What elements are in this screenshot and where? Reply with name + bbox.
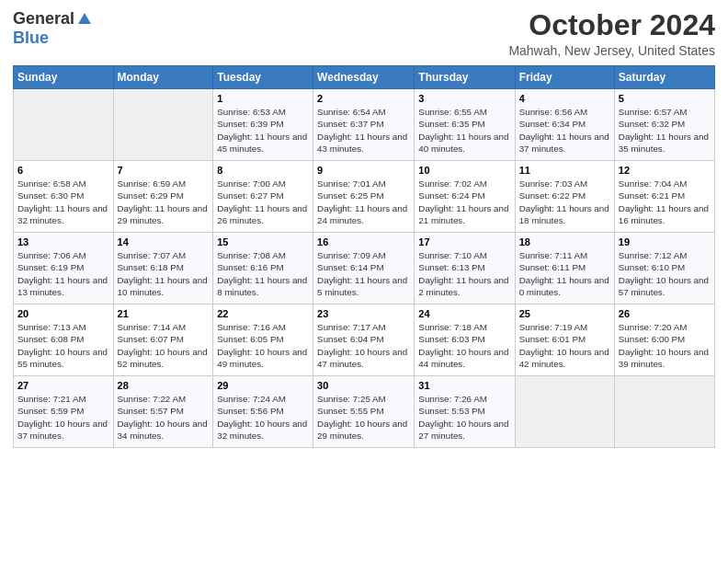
logo: General Blue <box>13 9 93 48</box>
logo-general-text: General <box>13 9 74 29</box>
day-info: Sunrise: 7:04 AM Sunset: 6:21 PM Dayligh… <box>619 178 711 226</box>
day-number: 2 <box>317 93 410 104</box>
calendar-cell: 31Sunrise: 7:26 AM Sunset: 5:53 PM Dayli… <box>415 376 515 448</box>
calendar-cell <box>113 89 213 161</box>
day-info: Sunrise: 7:07 AM Sunset: 6:18 PM Dayligh… <box>118 249 210 298</box>
calendar-cell: 6Sunrise: 6:58 AM Sunset: 6:30 PM Daylig… <box>14 161 114 233</box>
calendar-cell: 21Sunrise: 7:14 AM Sunset: 6:07 PM Dayli… <box>113 304 213 376</box>
calendar-cell: 26Sunrise: 7:20 AM Sunset: 6:00 PM Dayli… <box>614 304 714 376</box>
logo-blue-text: Blue <box>13 29 49 48</box>
header: General Blue October 2024 Mahwah, New Je… <box>13 9 715 58</box>
day-number: 7 <box>118 165 210 176</box>
page: General Blue October 2024 Mahwah, New Je… <box>0 0 728 563</box>
day-info: Sunrise: 6:55 AM Sunset: 6:35 PM Dayligh… <box>418 106 510 155</box>
day-info: Sunrise: 7:09 AM Sunset: 6:14 PM Dayligh… <box>317 249 410 298</box>
day-info: Sunrise: 7:11 AM Sunset: 6:11 PM Dayligh… <box>519 249 610 298</box>
day-number: 13 <box>17 236 109 247</box>
day-info: Sunrise: 6:58 AM Sunset: 6:30 PM Dayligh… <box>17 178 109 226</box>
day-info: Sunrise: 7:24 AM Sunset: 5:56 PM Dayligh… <box>217 393 309 442</box>
day-number: 6 <box>17 165 109 176</box>
day-number: 25 <box>519 308 610 319</box>
day-number: 23 <box>317 308 410 319</box>
calendar-table: Sunday Monday Tuesday Wednesday Thursday… <box>13 65 715 448</box>
calendar-cell: 30Sunrise: 7:25 AM Sunset: 5:55 PM Dayli… <box>313 376 415 448</box>
calendar-week-row: 27Sunrise: 7:21 AM Sunset: 5:59 PM Dayli… <box>14 376 715 448</box>
day-number: 26 <box>619 308 711 319</box>
logo-icon <box>76 11 93 28</box>
col-friday: Friday <box>515 66 614 89</box>
day-number: 12 <box>619 165 711 176</box>
day-number: 31 <box>418 380 510 391</box>
day-info: Sunrise: 7:16 AM Sunset: 6:05 PM Dayligh… <box>217 321 309 370</box>
day-number: 19 <box>619 236 711 247</box>
day-number: 29 <box>217 380 309 391</box>
calendar-cell: 1Sunrise: 6:53 AM Sunset: 6:39 PM Daylig… <box>213 89 313 161</box>
calendar-week-row: 13Sunrise: 7:06 AM Sunset: 6:19 PM Dayli… <box>14 233 715 304</box>
main-title: October 2024 <box>508 9 715 41</box>
calendar-cell: 10Sunrise: 7:02 AM Sunset: 6:24 PM Dayli… <box>415 161 515 233</box>
day-info: Sunrise: 7:12 AM Sunset: 6:10 PM Dayligh… <box>619 249 711 298</box>
calendar-cell: 14Sunrise: 7:07 AM Sunset: 6:18 PM Dayli… <box>113 233 213 304</box>
day-info: Sunrise: 7:03 AM Sunset: 6:22 PM Dayligh… <box>519 178 610 226</box>
day-info: Sunrise: 7:19 AM Sunset: 6:01 PM Dayligh… <box>519 321 610 370</box>
day-number: 16 <box>317 236 410 247</box>
day-info: Sunrise: 7:13 AM Sunset: 6:08 PM Dayligh… <box>17 321 109 370</box>
calendar-cell: 12Sunrise: 7:04 AM Sunset: 6:21 PM Dayli… <box>614 161 714 233</box>
day-number: 11 <box>519 165 610 176</box>
day-info: Sunrise: 7:26 AM Sunset: 5:53 PM Dayligh… <box>418 393 510 442</box>
calendar-cell <box>515 376 614 448</box>
day-info: Sunrise: 6:59 AM Sunset: 6:29 PM Dayligh… <box>118 178 210 226</box>
calendar-week-row: 20Sunrise: 7:13 AM Sunset: 6:08 PM Dayli… <box>14 304 715 376</box>
day-number: 22 <box>217 308 309 319</box>
calendar-cell: 24Sunrise: 7:18 AM Sunset: 6:03 PM Dayli… <box>415 304 515 376</box>
calendar-week-row: 6Sunrise: 6:58 AM Sunset: 6:30 PM Daylig… <box>14 161 715 233</box>
day-number: 27 <box>17 380 109 391</box>
col-thursday: Thursday <box>415 66 515 89</box>
calendar-cell: 17Sunrise: 7:10 AM Sunset: 6:13 PM Dayli… <box>415 233 515 304</box>
day-number: 5 <box>619 93 711 104</box>
day-info: Sunrise: 7:10 AM Sunset: 6:13 PM Dayligh… <box>418 249 510 298</box>
day-info: Sunrise: 7:00 AM Sunset: 6:27 PM Dayligh… <box>217 178 309 226</box>
calendar-cell: 23Sunrise: 7:17 AM Sunset: 6:04 PM Dayli… <box>313 304 415 376</box>
day-number: 1 <box>217 93 309 104</box>
calendar-cell: 11Sunrise: 7:03 AM Sunset: 6:22 PM Dayli… <box>515 161 614 233</box>
day-number: 9 <box>317 165 410 176</box>
day-info: Sunrise: 6:54 AM Sunset: 6:37 PM Dayligh… <box>317 106 410 155</box>
day-number: 15 <box>217 236 309 247</box>
col-monday: Monday <box>113 66 213 89</box>
calendar-cell: 15Sunrise: 7:08 AM Sunset: 6:16 PM Dayli… <box>213 233 313 304</box>
calendar-cell: 8Sunrise: 7:00 AM Sunset: 6:27 PM Daylig… <box>213 161 313 233</box>
calendar-cell: 4Sunrise: 6:56 AM Sunset: 6:34 PM Daylig… <box>515 89 614 161</box>
day-info: Sunrise: 7:22 AM Sunset: 5:57 PM Dayligh… <box>118 393 210 442</box>
calendar-cell: 18Sunrise: 7:11 AM Sunset: 6:11 PM Dayli… <box>515 233 614 304</box>
col-wednesday: Wednesday <box>313 66 415 89</box>
calendar-cell <box>614 376 714 448</box>
day-info: Sunrise: 7:20 AM Sunset: 6:00 PM Dayligh… <box>619 321 711 370</box>
day-number: 8 <box>217 165 309 176</box>
calendar-week-row: 1Sunrise: 6:53 AM Sunset: 6:39 PM Daylig… <box>14 89 715 161</box>
col-tuesday: Tuesday <box>213 66 313 89</box>
day-info: Sunrise: 6:53 AM Sunset: 6:39 PM Dayligh… <box>217 106 309 155</box>
day-number: 14 <box>118 236 210 247</box>
col-saturday: Saturday <box>614 66 714 89</box>
day-number: 4 <box>519 93 610 104</box>
calendar-cell: 2Sunrise: 6:54 AM Sunset: 6:37 PM Daylig… <box>313 89 415 161</box>
calendar-cell: 5Sunrise: 6:57 AM Sunset: 6:32 PM Daylig… <box>614 89 714 161</box>
col-sunday: Sunday <box>14 66 114 89</box>
day-number: 3 <box>418 93 510 104</box>
day-number: 30 <box>317 380 410 391</box>
day-number: 17 <box>418 236 510 247</box>
day-number: 21 <box>118 308 210 319</box>
calendar-cell: 13Sunrise: 7:06 AM Sunset: 6:19 PM Dayli… <box>14 233 114 304</box>
day-number: 24 <box>418 308 510 319</box>
calendar-cell: 19Sunrise: 7:12 AM Sunset: 6:10 PM Dayli… <box>614 233 714 304</box>
calendar-header-row: Sunday Monday Tuesday Wednesday Thursday… <box>14 66 715 89</box>
day-number: 20 <box>17 308 109 319</box>
day-info: Sunrise: 7:18 AM Sunset: 6:03 PM Dayligh… <box>418 321 510 370</box>
day-number: 10 <box>418 165 510 176</box>
title-block: October 2024 Mahwah, New Jersey, United … <box>508 9 715 58</box>
day-info: Sunrise: 7:17 AM Sunset: 6:04 PM Dayligh… <box>317 321 410 370</box>
calendar-cell: 27Sunrise: 7:21 AM Sunset: 5:59 PM Dayli… <box>14 376 114 448</box>
day-number: 18 <box>519 236 610 247</box>
day-info: Sunrise: 7:21 AM Sunset: 5:59 PM Dayligh… <box>17 393 109 442</box>
